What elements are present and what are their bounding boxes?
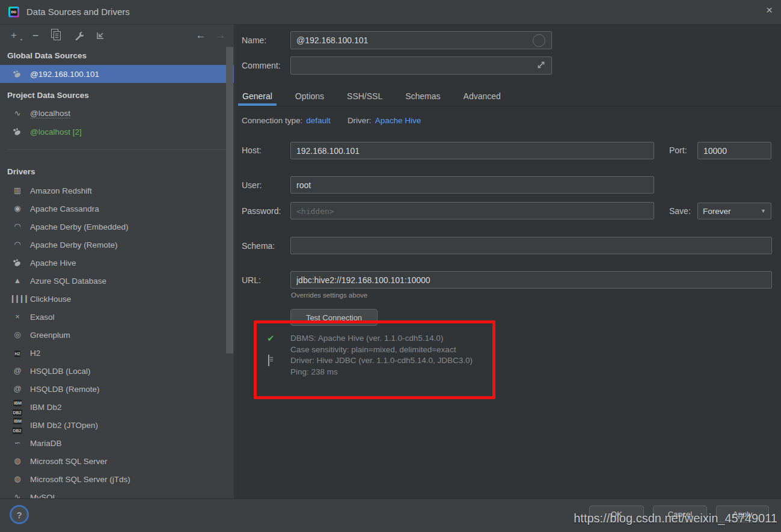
- driver-item-ibm-db2-jtopen[interactable]: IBM DB2IBM Db2 (JTOpen): [0, 416, 234, 434]
- schema-input[interactable]: [290, 237, 772, 254]
- apache-cassandra-icon: ◉: [12, 204, 23, 213]
- data-source-item-localhost[interactable]: ∿@localhost: [0, 105, 234, 123]
- url-input[interactable]: [290, 271, 772, 289]
- port-label: Port:: [669, 145, 687, 155]
- data-source-item-localhost-2[interactable]: @localhost [2]: [0, 123, 234, 141]
- driver-item-ibm-db2[interactable]: IBM DB2IBM Db2: [0, 398, 234, 416]
- add-data-source-icon[interactable]: +▾: [8, 30, 19, 41]
- apache-hive-icon: [12, 69, 23, 79]
- row-label: Exasol: [30, 313, 55, 322]
- save-dropdown-value: Forever: [703, 207, 731, 216]
- url-label: URL:: [242, 275, 261, 285]
- mssql-icon: ◍: [12, 474, 23, 484]
- data-sources-sidebar: +▾ − ← → Global Data Sources@192.168.100…: [0, 24, 234, 499]
- sidebar-scrollbar[interactable]: [226, 47, 233, 353]
- connection-type-row: Connection type:defaultDriver:Apache Hiv…: [242, 116, 421, 125]
- tab-ssh-ssl[interactable]: SSH/SSL: [343, 88, 387, 106]
- duplicate-icon[interactable]: [52, 30, 63, 41]
- remove-icon[interactable]: −: [30, 30, 41, 41]
- tab-advanced[interactable]: Advanced: [459, 88, 505, 106]
- data-source-item-192-168-100-101[interactable]: @192.168.100.101: [0, 65, 234, 83]
- section-header-drivers: Drivers: [0, 167, 234, 177]
- back-arrow-icon[interactable]: ←: [195, 30, 206, 41]
- row-label: Microsoft SQL Server (jTds): [30, 475, 130, 484]
- close-icon[interactable]: ×: [766, 3, 773, 17]
- chevron-down-icon: ▼: [761, 208, 766, 214]
- connection-result: DBMS: Apache Hive (ver. 1.1.0-cdh5.14.0)…: [290, 333, 473, 378]
- row-label: ClickHouse: [30, 295, 71, 304]
- result-line: Ping: 238 ms: [290, 367, 473, 378]
- driver-item-mariadb[interactable]: ∽MariaDB: [0, 434, 234, 452]
- tabs-divider: [237, 106, 781, 106]
- datagrip-logo-icon: DG: [8, 7, 19, 17]
- wrench-icon[interactable]: [73, 30, 84, 41]
- driver-item-h2[interactable]: H2H2: [0, 344, 234, 362]
- driver-item-apache-cassandra[interactable]: ◉Apache Cassandra: [0, 200, 234, 218]
- hsqldb-icon: @: [12, 384, 23, 394]
- tab-general[interactable]: General: [238, 88, 277, 106]
- clickhouse-icon: ▎▎▎▎: [12, 294, 23, 304]
- help-button[interactable]: ?: [10, 505, 29, 524]
- row-label: Apache Derby (Embedded): [30, 222, 129, 231]
- save-dropdown[interactable]: Forever ▼: [697, 203, 771, 219]
- row-label: Apache Cassandra: [30, 204, 99, 213]
- driver-item-microsoft-sql-server[interactable]: ◍Microsoft SQL Server: [0, 452, 234, 470]
- row-label: HSQLDB (Local): [30, 367, 91, 376]
- user-input[interactable]: [290, 176, 654, 194]
- row-label: Microsoft SQL Server: [30, 457, 108, 466]
- expand-icon[interactable]: [536, 60, 546, 70]
- driver-item-mysql[interactable]: ∿MySQL: [0, 488, 234, 499]
- schema-label: Schema:: [242, 241, 275, 251]
- row-label: HSQLDB (Remote): [30, 385, 100, 394]
- driver-item-greenplum[interactable]: ◎Greenplum: [0, 326, 234, 344]
- row-label: @localhost: [30, 109, 70, 118]
- question-mark-icon: ?: [16, 510, 22, 520]
- make-global-icon[interactable]: [95, 30, 106, 41]
- connection-type-label: Connection type:: [242, 116, 302, 125]
- port-input[interactable]: [697, 142, 771, 159]
- driver-item-hsqldb-local[interactable]: @HSQLDB (Local): [0, 362, 234, 380]
- result-line: Case sensitivity: plain=mixed, delimited…: [290, 344, 473, 356]
- tab-schemas[interactable]: Schemas: [401, 88, 444, 106]
- name-input[interactable]: [290, 31, 552, 49]
- hsqldb-icon: @: [12, 366, 23, 376]
- greenplum-icon: ◎: [12, 330, 23, 340]
- amazon-redshift-icon: ▥: [12, 186, 23, 195]
- loading-circle-icon: [533, 34, 545, 47]
- comment-input[interactable]: [290, 57, 552, 75]
- tab-options[interactable]: Options: [291, 88, 328, 106]
- mssql-icon: ◍: [12, 456, 23, 466]
- exasol-icon: ×: [12, 312, 23, 322]
- driver-item-clickhouse[interactable]: ▎▎▎▎ClickHouse: [0, 290, 234, 308]
- driver-item-azure-sql-database[interactable]: ▲Azure SQL Database: [0, 272, 234, 290]
- user-label: User:: [242, 180, 262, 190]
- h2-icon: H2: [12, 348, 23, 358]
- test-connection-button[interactable]: Test Connection: [290, 309, 378, 326]
- driver-link[interactable]: Apache Hive: [375, 116, 421, 125]
- list-divider: [7, 149, 227, 150]
- apache-hive-icon: [12, 127, 23, 136]
- driver-item-apache-derby-remote[interactable]: ◠Apache Derby (Remote): [0, 236, 234, 254]
- panel-splitter[interactable]: [234, 24, 237, 499]
- driver-item-apache-hive[interactable]: Apache Hive: [0, 254, 234, 272]
- success-check-icon: ✔: [267, 333, 275, 344]
- driver-item-hsqldb-remote[interactable]: @HSQLDB (Remote): [0, 380, 234, 398]
- host-input[interactable]: [290, 142, 654, 159]
- azure-sql-icon: ▲: [12, 276, 23, 286]
- driver-label: Driver:: [348, 116, 372, 125]
- driver-item-amazon-redshift[interactable]: ▥Amazon Redshift: [0, 182, 234, 200]
- password-input[interactable]: [290, 202, 654, 219]
- forward-arrow-icon[interactable]: →: [215, 30, 226, 41]
- save-label: Save:: [669, 206, 691, 216]
- ibm-db2-icon: IBM DB2: [12, 415, 23, 435]
- driver-item-microsoft-sql-server-jtds[interactable]: ◍Microsoft SQL Server (jTds): [0, 470, 234, 488]
- connection-settings-panel: Name: Comment: GeneralOptionsSSH/SSLSche…: [237, 24, 781, 499]
- row-label: IBM Db2 (JTOpen): [30, 421, 98, 430]
- apache-derby-icon: ◠: [12, 222, 23, 231]
- driver-item-apache-derby-embedded[interactable]: ◠Apache Derby (Embedded): [0, 218, 234, 236]
- comment-label: Comment:: [242, 61, 281, 70]
- connection-type-link[interactable]: default: [306, 116, 331, 125]
- ibm-db2-icon: IBM DB2: [12, 397, 23, 417]
- driver-item-exasol[interactable]: ×Exasol: [0, 308, 234, 326]
- copy-icon[interactable]: [268, 355, 269, 366]
